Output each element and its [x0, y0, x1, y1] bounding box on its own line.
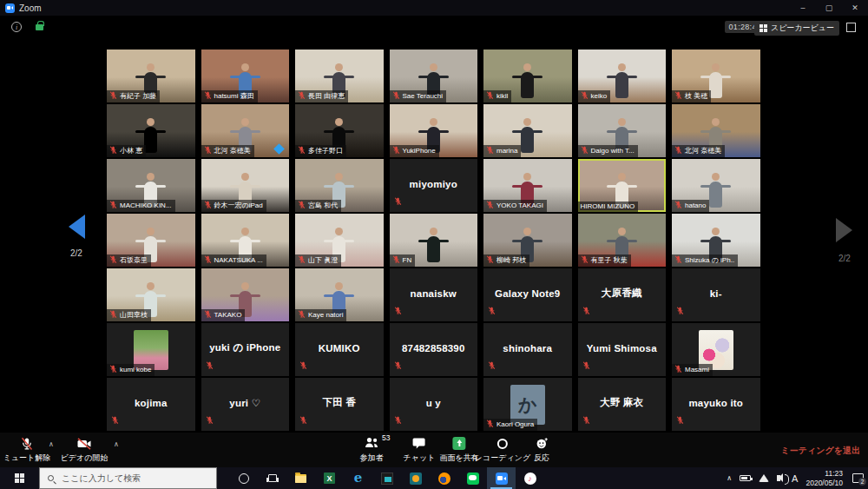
participant-tile[interactable]: かKaori Ogura	[483, 378, 572, 431]
battery-icon[interactable]	[740, 475, 751, 481]
record-button[interactable]: レコーディング	[475, 436, 530, 464]
participant-tile[interactable]: kikil	[483, 50, 572, 102]
participant-tile[interactable]: 宮島 和代	[295, 159, 384, 212]
participant-tile[interactable]: hatsumi 森田	[201, 50, 290, 102]
itunes-icon[interactable]	[516, 467, 544, 489]
participant-tile[interactable]: 87482858390	[390, 323, 478, 376]
next-page-button[interactable]	[836, 218, 852, 242]
tray-chevron-icon[interactable]: ∧	[727, 474, 732, 482]
previous-page-button[interactable]	[69, 215, 85, 239]
edge-icon[interactable]	[344, 467, 372, 489]
participant-tile[interactable]: 石坂奈里	[107, 214, 195, 267]
participants-button[interactable]: 53 参加者	[360, 436, 384, 464]
taskbar-search[interactable]	[39, 467, 217, 489]
participant-name-tag: 枝 美穂	[672, 90, 711, 102]
explorer-icon[interactable]	[286, 467, 315, 489]
participant-tile[interactable]: 北河 奈穂美	[201, 104, 290, 157]
firefox-icon[interactable]	[430, 467, 458, 489]
video-options-chevron-icon[interactable]: ∧	[114, 440, 119, 448]
participant-name-tag: Masami	[672, 364, 713, 376]
muted-mic-icon	[674, 91, 682, 101]
participant-tile[interactable]: kumi kobe	[107, 323, 195, 376]
wifi-icon[interactable]	[759, 474, 769, 482]
participant-tile[interactable]: 多佳子野口	[295, 104, 384, 157]
fullscreen-icon[interactable]	[846, 23, 856, 32]
participant-name: u y	[390, 378, 478, 427]
participant-name: 山下 眞澄	[308, 255, 338, 265]
muted-mic-icon	[109, 146, 117, 155]
participant-tile[interactable]: 柳崎 邦枝	[483, 214, 572, 267]
zoomapp-icon[interactable]	[487, 467, 516, 489]
speaker-view-button[interactable]: スピーカービュー	[754, 21, 839, 36]
taskbar-clock[interactable]: 11:23 2020/05/10	[806, 469, 843, 487]
participant-tile[interactable]: MACHIKO KIN...	[107, 159, 195, 212]
participant-tile[interactable]: Daigo with T...	[578, 104, 667, 157]
participant-tile[interactable]: 長田 由律恵	[295, 50, 384, 102]
participant-tile[interactable]: nanaiskw	[390, 268, 478, 321]
participant-tile[interactable]: 小林 恵	[107, 104, 195, 157]
participant-tile[interactable]: Masami	[672, 323, 760, 376]
participant-tile[interactable]: Sae Terauchi	[390, 50, 478, 102]
participant-tile[interactable]: kojima	[107, 378, 195, 431]
participant-tile[interactable]: marina	[483, 104, 572, 157]
search-input[interactable]	[60, 472, 208, 484]
participant-tile[interactable]: 山下 眞澄	[295, 214, 384, 267]
participant-tile[interactable]: shinohara	[483, 323, 572, 376]
participant-tile[interactable]: 有紀子 加藤	[107, 50, 195, 102]
cortana-icon[interactable]	[229, 467, 258, 489]
volume-icon[interactable]	[777, 475, 780, 481]
participant-tile[interactable]: Kaye natori	[295, 268, 384, 321]
participant-tile[interactable]: FN	[390, 214, 478, 267]
participant-tile[interactable]: 大原香織	[578, 268, 667, 321]
participant-tile[interactable]: Galaxy Note9	[483, 268, 572, 321]
participant-tile[interactable]: 鈴木一宏のiPad	[201, 159, 290, 212]
start-button[interactable]	[0, 467, 39, 489]
media-icon[interactable]	[372, 467, 401, 489]
participant-tile[interactable]: 有里子 秋葉	[578, 214, 667, 267]
participant-tile[interactable]: keiko	[578, 50, 667, 102]
participant-tile[interactable]: u y	[390, 378, 478, 431]
chat-button[interactable]: チャット	[404, 436, 436, 464]
participant-tile[interactable]: yuri ♡	[201, 378, 290, 431]
participant-tile[interactable]: mayuko ito	[672, 378, 760, 431]
participant-name: FN	[403, 256, 412, 264]
participant-tile[interactable]: 枝 美穂	[672, 50, 760, 102]
meeting-toolbar: ミュート解除 ∧ ビデオの開始 ∧ 53 参加者 チャット 画面を共有 レコーデ…	[0, 433, 868, 467]
participant-tile[interactable]: Shizuka の iPh..	[672, 214, 760, 267]
start-video-button[interactable]: ビデオの開始	[57, 436, 111, 464]
participant-tile[interactable]: YOKO TAKAGI	[483, 159, 572, 212]
participant-tile[interactable]: miyomiyo	[390, 159, 478, 212]
mic-options-chevron-icon[interactable]: ∧	[49, 440, 54, 448]
taskview-icon[interactable]	[258, 467, 286, 489]
participant-tile[interactable]: 下田 香	[295, 378, 384, 431]
close-button[interactable]: ✕	[842, 0, 868, 16]
participant-name: 枝 美穂	[685, 91, 707, 101]
participant-tile[interactable]: ki-	[672, 268, 760, 321]
minimize-button[interactable]: –	[790, 0, 816, 16]
participant-tile[interactable]: Yumi Shimosa	[578, 323, 667, 376]
chat-label: チャット	[404, 453, 436, 464]
participant-tile[interactable]: YukiPhone	[390, 104, 478, 157]
participant-tile[interactable]: NAKATSUKA ...	[201, 214, 290, 267]
share-screen-button[interactable]: 画面を共有	[439, 436, 478, 464]
excel-icon[interactable]	[315, 467, 344, 489]
leave-meeting-button[interactable]: ミーティングを退出	[781, 445, 860, 457]
orangeapp-icon[interactable]	[401, 467, 430, 489]
chat-icon	[412, 436, 426, 451]
participant-tile[interactable]: TAKAKO	[201, 268, 290, 321]
maximize-button[interactable]: ▢	[816, 0, 842, 16]
line-icon[interactable]	[458, 467, 487, 489]
reactions-button[interactable]: 反応	[534, 436, 549, 464]
participant-tile[interactable]: hatano	[672, 159, 760, 212]
participant-tile[interactable]: 大野 麻衣	[578, 378, 667, 431]
unmute-button[interactable]: ミュート解除	[2, 436, 52, 464]
participant-tile[interactable]: 北河 奈穂美	[672, 104, 760, 157]
participant-tile[interactable]: 山田幸枝	[107, 268, 195, 321]
participant-tile[interactable]: KUMIKO	[295, 323, 384, 376]
notification-center-icon[interactable]: 2	[852, 473, 864, 483]
info-icon[interactable]: i	[11, 22, 22, 32]
participant-name-tag: 多佳子野口	[295, 145, 346, 157]
participant-tile[interactable]: yuki の iPhone	[201, 323, 290, 376]
participant-tile[interactable]: HIROMI MIZUNO	[578, 159, 667, 212]
ime-indicator[interactable]: A	[792, 473, 798, 484]
